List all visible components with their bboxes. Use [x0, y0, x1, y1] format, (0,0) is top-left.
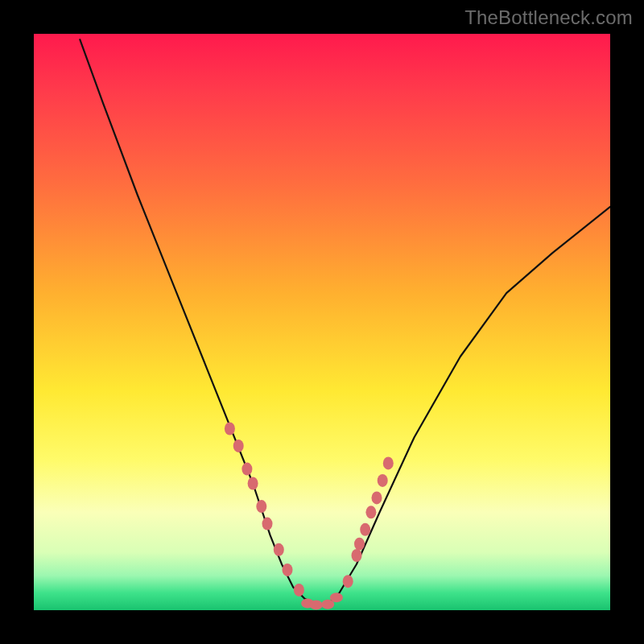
- chart-frame: TheBottleneck.com: [0, 0, 644, 644]
- data-marker: [354, 538, 365, 551]
- data-marker: [225, 423, 235, 436]
- data-marker: [352, 549, 362, 562]
- data-marker: [256, 500, 266, 513]
- watermark-text: TheBottleneck.com: [464, 6, 633, 29]
- data-marker: [330, 592, 343, 602]
- data-marker: [343, 575, 353, 588]
- data-marker: [360, 523, 370, 536]
- data-marker: [372, 491, 382, 504]
- data-marker: [233, 440, 244, 452]
- data-marker: [294, 584, 304, 597]
- data-marker: [378, 474, 388, 487]
- data-markers: [225, 423, 394, 610]
- data-marker: [365, 506, 376, 518]
- data-marker: [274, 543, 284, 556]
- data-marker: [283, 564, 293, 576]
- plot-area: [34, 34, 610, 610]
- data-marker: [310, 601, 323, 610]
- curve-layer: [34, 34, 610, 610]
- data-marker: [262, 518, 273, 530]
- bottleneck-curve: [80, 39, 610, 605]
- data-marker: [242, 463, 252, 476]
- data-marker: [383, 456, 394, 469]
- data-marker: [248, 477, 258, 490]
